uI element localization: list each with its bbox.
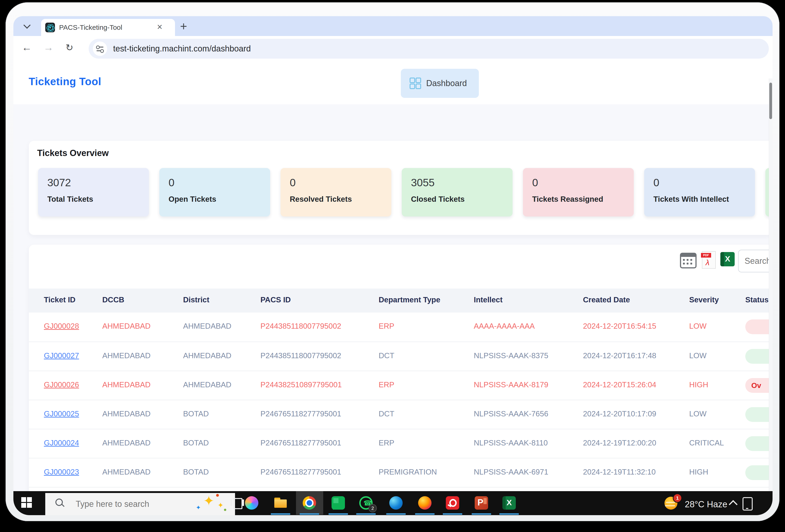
acrobat-icon[interactable] — [446, 496, 459, 510]
show-hidden-icons-chevron[interactable] — [729, 500, 737, 509]
task-view-icon[interactable] — [230, 496, 244, 510]
export-excel-icon[interactable]: X — [720, 252, 735, 266]
powerpoint-icon[interactable]: P — [475, 496, 488, 510]
site-settings-icon[interactable] — [93, 42, 107, 56]
edge-icon[interactable] — [389, 496, 403, 510]
ticket-id-link[interactable]: GJ000028 — [44, 322, 79, 330]
created-date-cell: 2024-12-20T15:26:04 — [583, 380, 656, 389]
browser-tab[interactable]: PACS-Ticketing-Tool × — [41, 19, 175, 36]
stat-label: Total Tickets — [47, 195, 93, 204]
tickets-table-card: PDFλ X Ticket ID DCCB District PACS ID D… — [29, 245, 773, 515]
stat-card-open-tickets: 0 Open Tickets — [159, 168, 270, 216]
district-cell: AHMEDABAD — [183, 322, 231, 330]
column-header[interactable]: Status — [745, 295, 768, 304]
district-cell: BOTAD — [183, 468, 209, 476]
copilot-icon[interactable] — [245, 496, 258, 510]
intellect-cell: NLPSISS-AAAK-8179 — [474, 380, 548, 389]
status-badge — [745, 465, 773, 480]
windows-taskbar: ✦ ✦ ✦ ☎ 2 — [14, 491, 773, 515]
district-cell: BOTAD — [183, 438, 209, 447]
running-indicator — [443, 513, 462, 515]
column-header[interactable]: Intellect — [474, 295, 503, 304]
url-text: test-ticketing.machint.com/dashboard — [113, 44, 251, 54]
stat-value: 0 — [532, 176, 538, 189]
running-indicator — [300, 513, 319, 515]
scrollbar-thumb[interactable] — [769, 83, 772, 119]
sparkle-dot-red — [216, 494, 219, 497]
district-cell: AHMEDABAD — [183, 380, 231, 389]
intellect-cell: NLPSISS-AAAK-6971 — [474, 468, 548, 476]
site-favicon-icon — [45, 23, 55, 32]
intellect-cell: NLPSISS-AAAK-8375 — [474, 351, 548, 360]
firefox-icon[interactable] — [418, 496, 432, 510]
ticket-id-link[interactable]: GJ000024 — [44, 438, 79, 447]
browser-tabstrip: PACS-Ticketing-Tool × + — [14, 16, 773, 36]
running-indicator — [356, 513, 376, 515]
dashboard-grid-icon — [410, 78, 421, 89]
table-header-row: Ticket ID DCCB District PACS ID Departme… — [29, 289, 773, 313]
stat-value: 3055 — [411, 176, 434, 189]
stat-label: Closed Tickets — [411, 195, 464, 204]
google-chat-icon[interactable] — [332, 496, 345, 510]
department-type-cell: DCT — [379, 409, 394, 418]
status-badge — [745, 436, 773, 451]
column-header[interactable]: Severity — [689, 295, 719, 304]
pacs-id-cell: P244382510897795001 — [260, 380, 342, 389]
stat-card-total-tickets: 3072 Total Tickets — [38, 168, 149, 216]
stat-card-tickets-with-intellect: 0 Tickets With Intellect — [644, 168, 755, 216]
forward-icon[interactable]: → — [44, 42, 54, 53]
column-header[interactable]: Ticket ID — [44, 295, 76, 304]
tickets-overview-title: Tickets Overview — [37, 148, 109, 158]
dashboard-button-label: Dashboard — [426, 78, 467, 88]
stat-label: Tickets Reassigned — [532, 195, 603, 204]
dccb-cell: AHMEDABAD — [102, 468, 151, 476]
start-button-icon[interactable] — [21, 497, 32, 508]
table-search-input[interactable] — [738, 250, 773, 272]
table-row: GJ000024 AHMEDABAD BOTAD P24676511827779… — [29, 429, 773, 458]
stat-label: Tickets With Intellect — [653, 195, 729, 204]
created-date-cell: 2024-12-20T16:17:48 — [583, 351, 656, 360]
search-icon — [55, 499, 65, 508]
ticket-id-link[interactable]: GJ000026 — [44, 380, 79, 389]
tab-close-icon[interactable]: × — [157, 22, 162, 32]
column-header[interactable]: PACS ID — [260, 295, 291, 304]
dccb-cell: AHMEDABAD — [102, 409, 151, 418]
column-header[interactable]: Department Type — [379, 295, 440, 304]
column-header[interactable]: DCCB — [102, 295, 124, 304]
department-type-cell: PREMIGRATION — [379, 468, 437, 476]
back-icon[interactable]: ← — [22, 42, 32, 53]
department-type-cell: ERP — [379, 438, 394, 447]
running-indicator — [499, 513, 519, 515]
reload-icon[interactable]: ↻ — [66, 42, 73, 53]
whatsapp-icon[interactable]: ☎ 2 — [359, 496, 373, 510]
device-icon[interactable] — [742, 497, 753, 510]
status-badge — [745, 319, 773, 334]
ticket-id-link[interactable]: GJ000025 — [44, 409, 79, 418]
column-header[interactable]: Created Date — [583, 295, 630, 304]
column-header[interactable]: District — [183, 295, 209, 304]
dashboard-button[interactable]: Dashboard — [401, 69, 479, 98]
chrome-icon[interactable] — [303, 496, 316, 510]
status-badge: Ov — [745, 378, 773, 393]
new-tab-button[interactable]: + — [180, 19, 187, 33]
excel-icon[interactable]: X — [502, 496, 516, 510]
browser-toolbar: ← → ↻ test-ticketing.machint.com/dashboa… — [14, 36, 773, 63]
file-explorer-icon[interactable] — [274, 496, 287, 510]
table-row: GJ000023 AHMEDABAD BOTAD P24676511827779… — [29, 458, 773, 487]
ticket-id-link[interactable]: GJ000027 — [44, 351, 79, 360]
address-bar[interactable]: test-ticketing.machint.com/dashboard — [88, 39, 769, 59]
created-date-cell: 2024-12-20T10:17:09 — [583, 409, 656, 418]
severity-cell: LOW — [689, 322, 707, 330]
export-pdf-icon[interactable]: PDFλ — [702, 251, 716, 269]
department-type-cell: ERP — [379, 322, 394, 330]
weather-text[interactable]: 28°C Haze — [685, 500, 727, 509]
sparkle-blue-icon: ✦ — [196, 504, 201, 511]
pacs-id-cell: P246765118277795001 — [260, 409, 341, 418]
calendar-filter-icon[interactable] — [680, 253, 697, 268]
table-row: GJ000026 AHMEDABAD AHMEDABAD P2443825108… — [29, 371, 773, 400]
severity-cell: CRITICAL — [689, 438, 724, 447]
ticket-id-link[interactable]: GJ000023 — [44, 468, 79, 476]
vertical-scrollbar[interactable] — [769, 78, 773, 507]
tab-search-chevron-icon[interactable] — [23, 22, 30, 29]
dashboard-page: Tickets Overview 3072 Total Tickets 0 Op… — [14, 104, 773, 515]
